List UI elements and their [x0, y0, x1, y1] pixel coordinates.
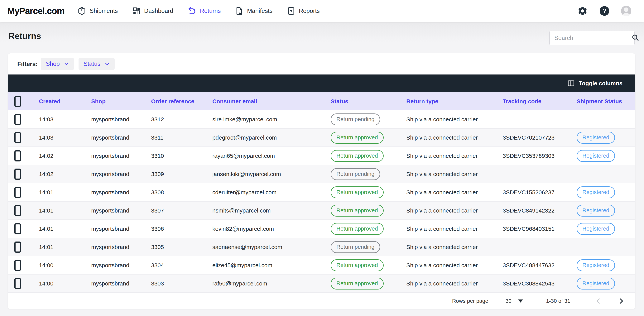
cell-consumer_email: elize45@myparcel.com	[212, 262, 272, 268]
row-checkbox[interactable]	[14, 114, 21, 125]
status-badge: Return pending	[331, 114, 380, 125]
nav-item-manifests[interactable]: Manifests	[235, 6, 273, 15]
cell-order_reference: 3304	[151, 262, 164, 268]
cell-tracking_code: 3SDEVC488447632	[503, 262, 554, 268]
shipment-status-badge: Registered	[576, 259, 615, 271]
table-toolbar: Toggle columns	[8, 74, 635, 92]
cell-return_type: Ship via a connected carrier	[406, 152, 478, 159]
table-body: 14:03mysportsbrand3312sire.imke@myparcel…	[8, 110, 635, 293]
app-logo[interactable]: MyParcel.com	[7, 6, 64, 16]
row-checkbox[interactable]	[14, 278, 21, 289]
cell-consumer_email: raf50@myparcel.com	[212, 280, 267, 287]
filter-chip-shop[interactable]: Shop	[41, 58, 74, 70]
row-checkbox[interactable]	[14, 223, 21, 234]
avatar[interactable]	[621, 6, 631, 16]
column-header-status[interactable]: Status	[331, 98, 348, 105]
table-row[interactable]: 14:00mysportsbrand3303raf50@myparcel.com…	[8, 274, 635, 293]
cell-consumer_email: nsmits@myparcel.com	[212, 207, 271, 214]
status-badge: Return pending	[331, 241, 380, 253]
table-row[interactable]: 14:02mysportsbrand3309jansen.kiki@myparc…	[8, 165, 635, 183]
document-check-icon	[235, 6, 244, 15]
cell-shop: mysportsbrand	[91, 262, 129, 268]
filters-label: Filters:	[17, 60, 38, 68]
table-footer: Rows per page 30 1-30 of 31	[8, 293, 635, 309]
top-bar-actions: ?	[577, 6, 631, 16]
row-checkbox[interactable]	[14, 205, 21, 216]
avatar-shoulders	[622, 13, 630, 16]
column-header-consumer_email[interactable]: Consumer email	[212, 98, 257, 105]
nav-item-reports[interactable]: Reports	[287, 6, 320, 15]
table-row[interactable]: 14:01mysportsbrand3308cderuiter@myparcel…	[8, 183, 635, 202]
column-header-shop[interactable]: Shop	[91, 98, 106, 105]
cell-tracking_code: 3SDEVC308842543	[503, 280, 554, 287]
select-all-checkbox[interactable]	[14, 96, 21, 107]
table-header-row: CreatedShopOrder referenceConsumer email…	[8, 92, 635, 110]
table-row[interactable]: 14:03mysportsbrand3312sire.imke@myparcel…	[8, 110, 635, 129]
nav-item-shipments[interactable]: Shipments	[77, 6, 118, 16]
table-row[interactable]: 14:03mysportsbrand3311pdegroot@myparcel.…	[8, 129, 635, 147]
row-checkbox[interactable]	[14, 242, 21, 253]
cell-created: 14:01	[39, 226, 54, 232]
column-header-created[interactable]: Created	[39, 98, 60, 105]
filter-chip-label: Shop	[46, 60, 60, 68]
filter-chip-label: Status	[84, 60, 100, 68]
cell-status: Return approved	[331, 259, 384, 271]
next-page-icon[interactable]	[618, 298, 624, 304]
toggle-columns-label: Toggle columns	[579, 80, 622, 86]
column-header-order_reference[interactable]: Order reference	[151, 98, 194, 105]
status-badge: Return pending	[331, 168, 380, 180]
question-mark-glyph: ?	[600, 6, 609, 16]
nav-item-returns[interactable]: Returns	[188, 6, 221, 16]
search-input[interactable]	[554, 34, 631, 42]
cell-status: Return approved	[331, 186, 384, 198]
search-icon[interactable]	[631, 33, 640, 43]
cell-status: Return approved	[331, 132, 384, 144]
cell-consumer_email: sadriaense@myparcel.com	[212, 244, 282, 250]
status-badge: Return approved	[331, 259, 384, 271]
cell-shop: mysportsbrand	[91, 226, 129, 232]
cell-shipment_status: Registered	[576, 205, 615, 216]
toggle-columns-button[interactable]: Toggle columns	[567, 80, 622, 87]
status-badge: Return approved	[331, 132, 384, 144]
cell-shop: mysportsbrand	[91, 189, 129, 196]
cell-shop: mysportsbrand	[91, 280, 129, 287]
cell-shop: mysportsbrand	[91, 116, 129, 123]
document-report-icon	[287, 6, 296, 15]
row-checkbox[interactable]	[14, 168, 21, 180]
nav-item-dashboard[interactable]: Dashboard	[132, 6, 174, 15]
cell-consumer_email: pdegroot@myparcel.com	[212, 134, 277, 141]
cell-created: 14:02	[39, 152, 54, 159]
filter-chip-status[interactable]: Status	[78, 58, 115, 70]
columns-icon	[567, 80, 575, 87]
cell-tracking_code: 3SDEVC155206237	[503, 189, 554, 196]
rows-per-page-select[interactable]: 30	[506, 298, 523, 304]
cell-consumer_email: kevin82@myparcel.com	[212, 226, 274, 232]
cell-status: Return pending	[331, 114, 380, 125]
cell-shipment_status: Registered	[576, 132, 615, 144]
pagination-range: 1-30 of 31	[546, 298, 570, 304]
shipment-status-badge: Registered	[576, 223, 615, 235]
row-checkbox[interactable]	[14, 132, 21, 143]
table-row[interactable]: 14:02mysportsbrand3310rayan65@myparcel.c…	[8, 147, 635, 165]
cell-order_reference: 3312	[151, 116, 164, 123]
table-row[interactable]: 14:01mysportsbrand3305sadriaense@myparce…	[8, 238, 635, 256]
column-header-tracking_code[interactable]: Tracking code	[503, 98, 542, 105]
row-checkbox[interactable]	[14, 150, 21, 162]
dashboard-grid-icon	[132, 6, 141, 15]
column-header-shipment_status[interactable]: Shipment Status	[576, 98, 622, 105]
row-checkbox[interactable]	[14, 260, 21, 271]
cell-created: 14:00	[39, 280, 54, 287]
table-row[interactable]: 14:01mysportsbrand3307nsmits@myparcel.co…	[8, 202, 635, 220]
cell-tracking_code: 3SDEVC353769303	[503, 152, 554, 159]
cell-return_type: Ship via a connected carrier	[406, 226, 478, 232]
table-row[interactable]: 14:01mysportsbrand3306kevin82@myparcel.c…	[8, 220, 635, 238]
main-nav: Shipments Dashboard Returns	[77, 6, 320, 16]
row-checkbox[interactable]	[14, 187, 21, 198]
cell-order_reference: 3309	[151, 171, 164, 178]
column-header-return_type[interactable]: Return type	[406, 98, 438, 105]
cell-consumer_email: sire.imke@myparcel.com	[212, 116, 277, 123]
table-row[interactable]: 14:00mysportsbrand3304elize45@myparcel.c…	[8, 256, 635, 274]
cell-shipment_status: Registered	[576, 150, 615, 162]
settings-gear-icon[interactable]	[577, 6, 588, 16]
help-icon[interactable]: ?	[599, 6, 610, 16]
